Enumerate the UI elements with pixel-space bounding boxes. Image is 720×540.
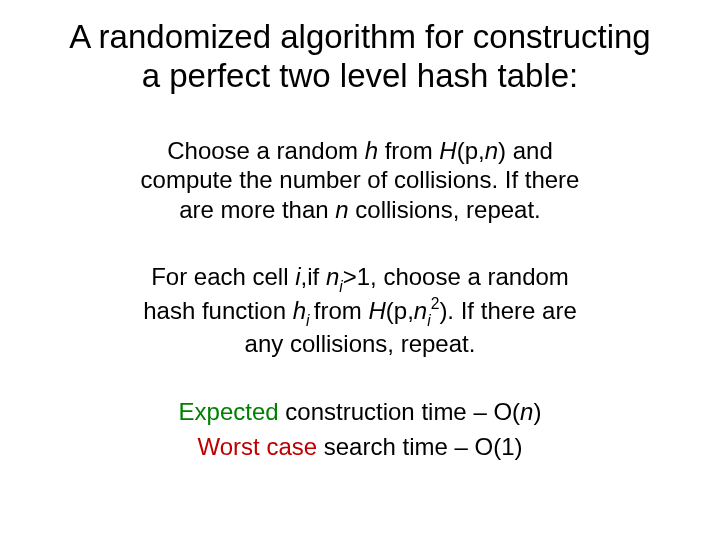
p2-seg8: any collisions, repeat. — [245, 330, 476, 357]
p1-seg4: ) and — [498, 137, 553, 164]
paragraph-1: Choose a random h from H(p,n) and comput… — [0, 136, 720, 224]
p1-seg5: compute the number of collisions. If the… — [141, 166, 580, 193]
p3-e2b: search time – O(1) — [317, 433, 522, 460]
p3-e1c: ) — [533, 398, 541, 425]
slide: A randomized algorithm for constructing … — [0, 0, 720, 540]
p1-seg3: (p, — [457, 137, 485, 164]
p3-e1n: n — [520, 398, 533, 425]
p2-isub1: i — [339, 278, 342, 295]
p1-seg6: are more than — [179, 196, 335, 223]
p2-hsub: h — [293, 297, 306, 324]
title-line1: A randomized algorithm for constructing — [69, 18, 650, 55]
p2-H: H — [369, 297, 386, 324]
p2-n2: n — [414, 297, 427, 324]
p1-n1: n — [485, 137, 498, 164]
p1-H: H — [439, 137, 456, 164]
p2-sq: 2 — [431, 295, 440, 312]
p2-seg7: ). If there are — [439, 297, 576, 324]
p1-h: h — [365, 137, 378, 164]
p2-seg5: from — [314, 297, 369, 324]
p1-n2: n — [335, 196, 348, 223]
p2-isub3: i — [427, 312, 430, 329]
p3-expected: Expected — [179, 398, 279, 425]
paragraph-2: For each cell i,if ni>1, choose a random… — [0, 262, 720, 358]
paragraph-3: Expected construction time – O(n) Worst … — [0, 395, 720, 465]
p2-seg4: hash function — [143, 297, 292, 324]
p3-e1b: construction time – O( — [279, 398, 520, 425]
p2-seg2: ,if — [301, 263, 326, 290]
p2-nsub: n — [326, 263, 339, 290]
p1-seg7: collisions, repeat. — [349, 196, 541, 223]
p3-worst: Worst case — [198, 433, 318, 460]
p2-isub2: i — [306, 312, 314, 329]
p1-seg1: Choose a random — [167, 137, 364, 164]
p2-seg6: (p, — [386, 297, 414, 324]
slide-title: A randomized algorithm for constructing … — [0, 18, 720, 96]
p2-seg1: For each cell — [151, 263, 295, 290]
p2-seg3: >1, choose a random — [343, 263, 569, 290]
title-line2: a perfect two level hash table: — [142, 57, 579, 94]
p1-seg2: from — [378, 137, 439, 164]
